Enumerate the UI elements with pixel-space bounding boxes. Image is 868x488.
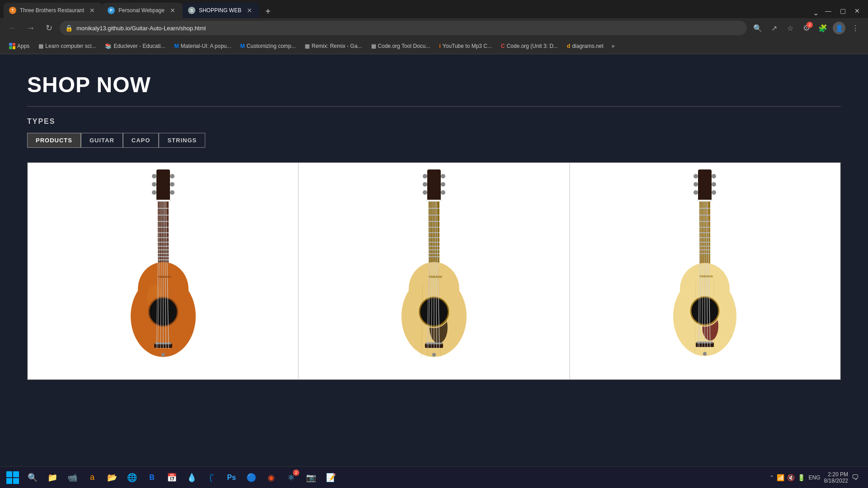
bookmark-material-ui[interactable]: M Material-UI: A popu... xyxy=(170,41,235,51)
section-divider xyxy=(27,106,841,107)
extension-badge: 2 xyxy=(807,22,813,28)
filter-strings-button[interactable]: STRINGS xyxy=(159,133,205,148)
svg-point-41 xyxy=(423,182,427,187)
battery-icon[interactable]: 🔋 xyxy=(797,474,805,481)
taskbar-notes-button[interactable]: 📝 xyxy=(322,469,340,487)
tab2-title: Personal Webpage xyxy=(118,7,165,14)
bookmark-youtube-mp3[interactable]: i YouTube to Mp3 C... xyxy=(435,41,495,51)
svg-text:YAMAHA: YAMAHA xyxy=(158,275,171,278)
product-card-3[interactable]: YAMAHA xyxy=(570,163,840,380)
codeorg-tool-label: Code.org Tool Docu... xyxy=(378,43,430,49)
svg-point-38 xyxy=(161,353,165,357)
taskbar-explorer-button[interactable]: 📁 xyxy=(43,469,61,487)
tab2-favicon: P xyxy=(108,7,115,14)
extensions-button[interactable]: 🧩 xyxy=(816,21,830,35)
bookmark-codeorg-unit[interactable]: C Code.org (Unit 3: D... xyxy=(497,41,561,51)
page-content: SHOP NOW TYPES PRODUCTS GUITAR CAPO STRI… xyxy=(0,54,868,472)
address-text: monikaly13.github.io/Guitar-Auto-Learn/s… xyxy=(76,25,741,32)
educlever-label: Educlever - Educati... xyxy=(113,43,165,49)
bookmark-apps[interactable]: Apps xyxy=(5,41,33,51)
share-icon[interactable]: ↗ xyxy=(767,21,781,35)
svg-point-6 xyxy=(170,190,175,195)
svg-point-1 xyxy=(152,174,156,178)
security-lock-icon: 🔒 xyxy=(65,24,73,32)
svg-point-86 xyxy=(712,190,716,195)
bookmarks-overflow-button[interactable]: » xyxy=(609,41,618,51)
tab3-title: SHOPPING WEB xyxy=(199,7,241,14)
profile-button[interactable]: 👤 xyxy=(832,21,846,35)
guitar-image-1: YAMAHA xyxy=(28,163,298,379)
filter-guitar-button[interactable]: GUITAR xyxy=(81,133,123,148)
chevron-up-icon[interactable]: ⌃ xyxy=(769,474,774,481)
taskbar-files-button[interactable]: 📂 xyxy=(103,469,121,487)
taskbar-teams-icon: 📹 xyxy=(67,473,77,483)
taskbar-clock[interactable]: 2:20 PM 8/18/2022 xyxy=(824,471,848,484)
taskbar-figma-icon: ◉ xyxy=(268,473,275,483)
tab-shopping-web[interactable]: S SHOPPING WEB ✕ xyxy=(183,3,259,18)
address-bar[interactable]: 🔒 monikaly13.github.io/Guitar-Auto-Learn… xyxy=(60,21,747,35)
bookmarks-bar: Apps ▦ Learn computer sci... 📚 Educlever… xyxy=(0,38,868,54)
bookmark-icon[interactable]: ☆ xyxy=(783,21,797,35)
bookmark-customizing[interactable]: M Customizing comp... xyxy=(237,41,300,51)
taskbar-calendar-button[interactable]: 📅 xyxy=(163,469,181,487)
taskbar-chrome-button[interactable]: 🔵 xyxy=(242,469,260,487)
tab1-title: Three Brothers Restaurant xyxy=(20,7,84,14)
taskbar-vscode-button[interactable]: {' xyxy=(203,469,221,487)
tab3-favicon: S xyxy=(188,7,195,14)
volume-icon[interactable]: 🔇 xyxy=(787,474,795,481)
taskbar-b-app-button[interactable]: B xyxy=(143,469,161,487)
tab3-close[interactable]: ✕ xyxy=(245,6,254,15)
tab2-close[interactable]: ✕ xyxy=(168,6,177,15)
taskbar-react-button[interactable]: ⚛ 2 xyxy=(282,469,300,487)
taskbar-teams-button[interactable]: 📹 xyxy=(63,469,81,487)
bookmark-diagrams[interactable]: d diagrams.net xyxy=(563,41,607,51)
minimize-button[interactable]: — xyxy=(821,4,835,18)
refresh-button[interactable]: ↻ xyxy=(42,21,56,35)
learn-cs-label: Learn computer sci... xyxy=(45,43,96,49)
new-tab-button[interactable]: + xyxy=(261,5,275,18)
taskbar-search-button[interactable]: 🔍 xyxy=(24,469,42,487)
back-button[interactable]: ← xyxy=(5,21,20,35)
bookmark-remix[interactable]: ▦ Remix: Remix - Ga... xyxy=(301,41,365,51)
search-icon[interactable]: 🔍 xyxy=(750,21,765,35)
svg-point-3 xyxy=(152,190,156,195)
bookmark-learn-cs[interactable]: ▦ Learn computer sci... xyxy=(35,41,99,51)
guitar-image-3: YAMAHA xyxy=(570,163,840,379)
tab-overflow-button[interactable]: ⌄ xyxy=(810,7,821,18)
taskbar-files-icon: 📂 xyxy=(107,473,117,483)
taskbar-amazon-button[interactable]: a xyxy=(83,469,101,487)
taskbar-photoshop-button[interactable]: Ps xyxy=(222,469,241,487)
product-card-2[interactable]: YAMAHA xyxy=(298,163,569,380)
svg-point-79 xyxy=(432,353,436,357)
filter-capo-button[interactable]: CAPO xyxy=(123,133,159,148)
svg-point-42 xyxy=(423,190,427,195)
taskbar-system-icons: ⌃ 📶 🔇 🔋 xyxy=(769,474,805,481)
extension-icon[interactable]: ⚙ 2 xyxy=(799,21,814,35)
date-display: 8/18/2022 xyxy=(824,478,848,484)
taskbar-vscode-icon: {' xyxy=(209,473,213,482)
products-grid: YAMAHA xyxy=(27,162,841,380)
filter-products-button[interactable]: PRODUCTS xyxy=(27,133,81,148)
bookmark-educlever[interactable]: 📚 Educlever - Educati... xyxy=(101,41,169,51)
taskbar-zoom-button[interactable]: 📷 xyxy=(302,469,320,487)
taskbar-figma-button[interactable]: ◉ xyxy=(262,469,280,487)
language-indicator: ENG xyxy=(809,474,821,481)
bookmark-codeorg-tool[interactable]: ▦ Code.org Tool Docu... xyxy=(368,41,434,51)
taskbar-dropbox-button[interactable]: 💧 xyxy=(183,469,201,487)
close-button[interactable]: ✕ xyxy=(850,4,864,18)
forward-button[interactable]: → xyxy=(24,21,38,35)
svg-point-82 xyxy=(693,182,698,187)
tabs-row: T Three Brothers Restaurant ✕ P Personal… xyxy=(0,0,868,18)
start-button[interactable] xyxy=(4,469,22,487)
tab-three-brothers[interactable]: T Three Brothers Restaurant ✕ xyxy=(4,3,102,18)
menu-button[interactable]: ⋮ xyxy=(848,21,863,35)
maximize-button[interactable]: ▢ xyxy=(835,4,850,18)
material-ui-icon: M xyxy=(174,43,179,49)
tab1-close[interactable]: ✕ xyxy=(88,6,97,15)
taskbar-edge-button[interactable]: 🌐 xyxy=(123,469,141,487)
notifications-icon[interactable]: 🗨 xyxy=(852,474,859,482)
tab-personal-webpage[interactable]: P Personal Webpage ✕ xyxy=(102,3,183,18)
svg-point-83 xyxy=(693,190,698,195)
network-icon[interactable]: 📶 xyxy=(777,474,784,481)
product-card-1[interactable]: YAMAHA xyxy=(28,163,298,380)
